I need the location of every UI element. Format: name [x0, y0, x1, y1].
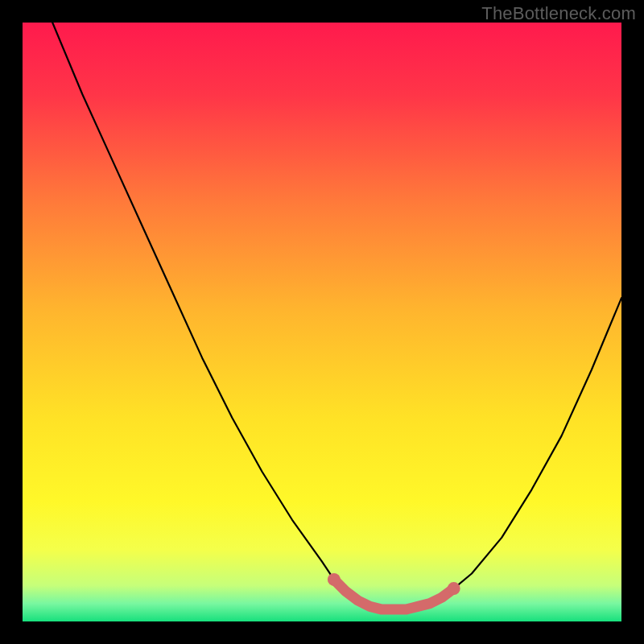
- chart-frame: TheBottleneck.com: [0, 0, 644, 644]
- curve-layer: [23, 23, 621, 621]
- bottleneck-valley-marker: [334, 580, 454, 609]
- plot-area: [23, 23, 621, 621]
- valley-dot: [328, 573, 341, 586]
- valley-dot: [448, 582, 460, 595]
- bottleneck-curve: [23, 23, 621, 609]
- watermark-text: TheBottleneck.com: [481, 3, 636, 24]
